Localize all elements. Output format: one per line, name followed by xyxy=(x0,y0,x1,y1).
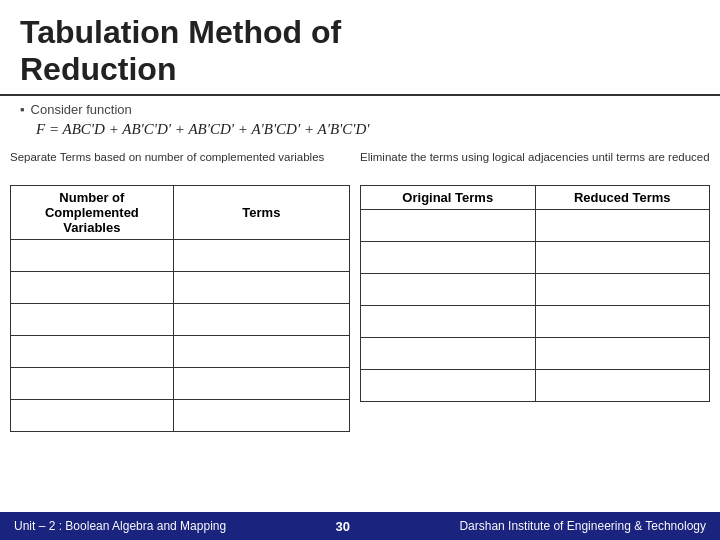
right-description: Eliminate the terms using logical adjace… xyxy=(360,150,710,180)
table-row xyxy=(361,273,710,305)
formula: F = ABC'D + AB'C'D' + AB'CD' + A'B'CD' +… xyxy=(36,121,370,137)
table-row xyxy=(11,303,350,335)
consider-label: ▪ Consider function xyxy=(20,102,700,117)
left-column: Separate Terms based on number of comple… xyxy=(10,150,350,512)
table-row xyxy=(361,305,710,337)
table-row xyxy=(11,367,350,399)
formula-area: F = ABC'D + AB'C'D' + AB'CD' + A'B'CD' +… xyxy=(36,121,700,138)
left-description: Separate Terms based on number of comple… xyxy=(10,150,350,180)
tables-section: Separate Terms based on number of comple… xyxy=(0,144,720,512)
page-title: Tabulation Method of Reduction xyxy=(20,14,700,88)
left-col2-header: Terms xyxy=(173,185,349,239)
table-row xyxy=(11,399,350,431)
right-table: Original Terms Reduced Terms xyxy=(360,185,710,402)
consider-section: ▪ Consider function F = ABC'D + AB'C'D' … xyxy=(0,96,720,144)
table-row xyxy=(361,209,710,241)
left-table: Number of Complemented Variables Terms xyxy=(10,185,350,432)
left-table-header-row: Number of Complemented Variables Terms xyxy=(11,185,350,239)
page: Tabulation Method of Reduction ▪ Conside… xyxy=(0,0,720,540)
table-row xyxy=(361,337,710,369)
table-row xyxy=(11,271,350,303)
footer-left: Unit – 2 : Boolean Algebra and Mapping xyxy=(14,519,226,533)
table-row xyxy=(361,369,710,401)
table-row xyxy=(11,335,350,367)
table-row xyxy=(11,239,350,271)
table-row xyxy=(361,241,710,273)
right-column: Eliminate the terms using logical adjace… xyxy=(360,150,710,512)
footer: Unit – 2 : Boolean Algebra and Mapping 3… xyxy=(0,512,720,540)
right-col1-header: Original Terms xyxy=(361,185,536,209)
left-col1-header: Number of Complemented Variables xyxy=(11,185,174,239)
right-table-header-row: Original Terms Reduced Terms xyxy=(361,185,710,209)
footer-page-number: 30 xyxy=(336,519,350,534)
header: Tabulation Method of Reduction xyxy=(0,0,720,96)
right-col2-header: Reduced Terms xyxy=(535,185,710,209)
footer-right: Darshan Institute of Engineering & Techn… xyxy=(459,519,706,533)
